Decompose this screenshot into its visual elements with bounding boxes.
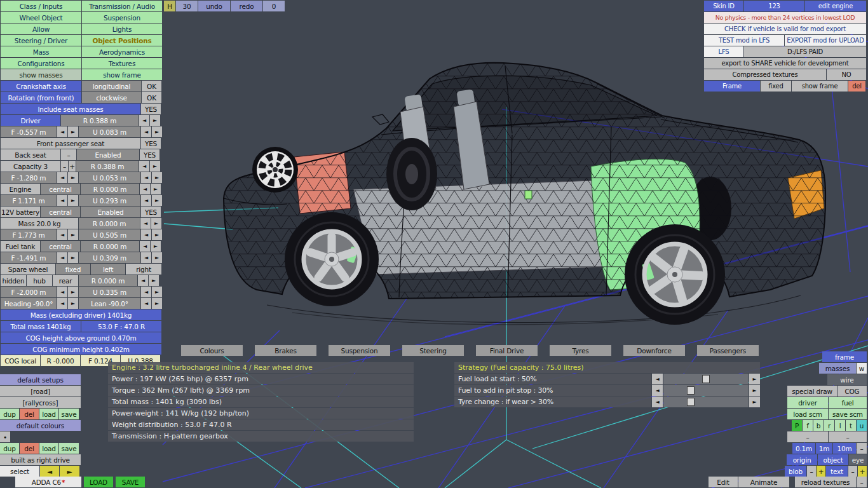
layer-l-button[interactable]: l — [835, 420, 845, 431]
fuel-load-at-start-50-slider-thumb[interactable] — [702, 375, 710, 383]
r-0-388-m-button[interactable]: R 0.388 m — [76, 161, 139, 172]
driver-button[interactable]: Driver — [1, 115, 60, 126]
arrow-right-button[interactable]: ► — [152, 126, 162, 137]
select-button[interactable]: select — [0, 466, 39, 477]
ok-button[interactable]: OK — [142, 81, 161, 92]
fuel-tank-button[interactable]: Fuel tank — [1, 241, 40, 252]
hidden-button[interactable]: hidden — [1, 275, 26, 286]
rear-button[interactable]: rear — [53, 275, 78, 286]
arrow-right-button[interactable]: ► — [152, 298, 162, 309]
arrow-left-button[interactable]: ◄ — [140, 184, 150, 194]
plus-button[interactable]: + — [858, 466, 867, 477]
suspension-button[interactable]: Suspension — [82, 12, 162, 23]
arrow-right-button[interactable]: ► — [150, 115, 160, 126]
minus-button[interactable]: – — [787, 431, 828, 442]
arrow-right-button[interactable]: ► — [152, 229, 162, 240]
left-button[interactable]: left — [91, 264, 125, 274]
arrow-left-button[interactable]: ◄ — [57, 287, 67, 297]
minus-button[interactable]: – — [807, 466, 816, 477]
save-button[interactable]: save — [59, 409, 79, 419]
arrow-right-button[interactable]: ► — [152, 252, 162, 263]
clockwise-button[interactable]: clockwise — [82, 92, 141, 103]
reload-textures-button[interactable]: reload textures — [795, 477, 856, 487]
yes-button[interactable]: YES — [140, 149, 159, 160]
tab-colours[interactable]: Colours — [181, 345, 243, 356]
configurations-button[interactable]: Configurations — [1, 58, 81, 69]
del-button[interactable]: del — [20, 409, 39, 419]
load-button[interactable]: LOAD — [84, 477, 113, 487]
arrow-right-button[interactable]: ► — [68, 126, 78, 137]
transmission-audio-button[interactable]: Transmission / Audio — [82, 1, 162, 11]
arrow-left-button[interactable]: ◄ — [57, 195, 67, 206]
enabled-button[interactable]: Enabled — [77, 149, 139, 160]
h-view-button[interactable]: H — [164, 1, 175, 11]
skin-id-value[interactable]: 123 — [744, 1, 804, 11]
fuel-load-at-start-50-slider[interactable] — [663, 374, 749, 384]
wire-view-button[interactable]: wire — [827, 374, 867, 385]
skin-id-button[interactable]: Skin ID — [704, 1, 743, 11]
default-setups-button[interactable]: default setups — [0, 374, 81, 385]
minus-button[interactable]: – — [61, 161, 68, 172]
show-frame-button[interactable]: show frame — [792, 81, 848, 92]
mass-20-0-kg-button[interactable]: Mass 20.0 kg — [1, 218, 78, 229]
masses-button[interactable]: masses — [819, 363, 856, 374]
arrow-left-button[interactable]: ◄ — [57, 298, 67, 309]
export-mod-for-upload-button[interactable]: EXPORT mod for UPLOAD — [785, 35, 866, 46]
arrow-right-button[interactable]: ► — [68, 195, 78, 206]
arrow-right-button[interactable]: ► — [749, 385, 760, 396]
origin-button[interactable]: origin — [787, 454, 817, 465]
tab-suspension[interactable]: Suspension — [329, 345, 390, 356]
frame-del-button[interactable]: del — [848, 81, 865, 92]
arrow-left-button[interactable]: ◄ — [141, 229, 151, 240]
export-to-share-vehicle-for-development-button[interactable]: export to SHARE vehicle for development — [704, 58, 866, 69]
right-button[interactable]: right — [126, 264, 161, 274]
frame-view-button[interactable]: frame — [822, 351, 867, 362]
tab-passengers[interactable]: Passengers — [697, 345, 759, 356]
arrow-right-button[interactable]: ► — [68, 172, 78, 183]
plus-button[interactable]: + — [69, 161, 76, 172]
redo-button[interactable]: redo — [231, 1, 262, 11]
arrow-right-button[interactable]: ► — [149, 275, 159, 286]
driver-button[interactable]: driver — [787, 397, 828, 408]
object-button[interactable]: object — [818, 454, 848, 465]
central-button[interactable]: central — [41, 241, 80, 252]
grid-1m-button[interactable]: 1m — [816, 443, 832, 454]
text-button[interactable]: text — [826, 466, 848, 477]
include-seat-masses-button[interactable]: Include seat masses — [1, 104, 140, 114]
arrow-left-button[interactable]: ◄ — [57, 229, 67, 240]
default-colours-button[interactable]: default colours — [0, 420, 81, 431]
layer-r-button[interactable]: r — [824, 420, 834, 431]
back-seat-button[interactable]: Back seat — [1, 149, 60, 160]
f-1-491-m-button[interactable]: F -1.491 m — [1, 252, 57, 263]
arrow-left-button[interactable]: ◄ — [141, 252, 151, 263]
grid-0-1m-button[interactable]: 0.1m — [792, 443, 815, 454]
arrow-right-button[interactable]: ► — [152, 287, 162, 297]
f-0-557-m-button[interactable]: F -0.557 m — [1, 126, 57, 137]
arrow-left-button[interactable]: ◄ — [138, 275, 148, 286]
load-scm-button[interactable]: load scm — [787, 409, 828, 419]
minus-button[interactable]: – — [61, 149, 76, 160]
arrow-right-button[interactable]: ► — [68, 298, 78, 309]
engine-button[interactable]: Engine — [1, 184, 40, 194]
f-2-000-m-button[interactable]: F -2.000 m — [1, 287, 57, 297]
f-1-773-m-button[interactable]: F 1.773 m — [1, 229, 57, 240]
arrow-left-button[interactable]: ◄ — [141, 172, 151, 183]
crankshaft-axis-button[interactable]: Crankshaft axis — [1, 81, 81, 92]
arrow-right-button[interactable]: ► — [749, 396, 760, 407]
front-passenger-seat-button[interactable]: Front passenger seat — [1, 138, 140, 149]
arrow-right-button[interactable]: ► — [68, 252, 78, 263]
fuel-to-add-in-pit-stop-30-slider[interactable] — [663, 385, 749, 396]
eye-button[interactable]: eye — [849, 454, 867, 465]
r-0-000-m-button[interactable]: R 0.000 m — [81, 184, 139, 194]
layer-u-button[interactable]: u — [857, 420, 867, 431]
capacity-3-button[interactable]: Capacity 3 — [1, 161, 60, 172]
arrow-right-button[interactable]: ► — [150, 161, 160, 172]
tab-brakes[interactable]: Brakes — [255, 345, 316, 356]
allow-button[interactable]: Allow — [1, 24, 81, 34]
longitudinal-button[interactable]: longitudinal — [82, 81, 141, 92]
r-0-000-m-button[interactable]: R 0.000 m — [79, 275, 137, 286]
steering-driver-button[interactable]: Steering / Driver — [1, 35, 81, 46]
vehicle-name-button[interactable]: ADDA C6* — [15, 477, 81, 487]
arrow-left-button[interactable]: ◄ — [57, 172, 67, 183]
arrow-right-button[interactable]: ► — [68, 229, 78, 240]
